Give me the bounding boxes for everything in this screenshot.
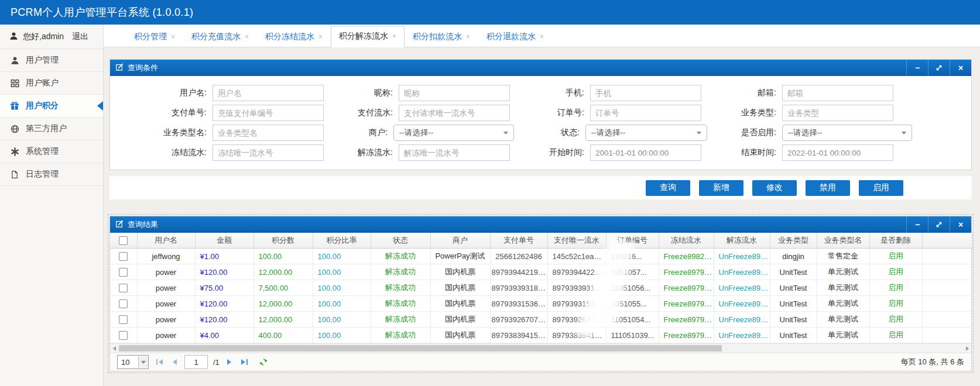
field-select[interactable]: --请选择-- [393,125,514,141]
edit-icon [116,63,124,73]
row-checkbox[interactable] [119,268,128,277]
table-cell: UnitTest [770,328,817,343]
sidebar-nav: 用户管理用户账户用户积分第三方用户系统管理日志管理 [0,49,103,186]
edit-button[interactable]: 修改 [752,180,797,196]
query-field: 状态:--请选择-- [514,125,707,141]
select-value: --请选择-- [788,127,822,138]
field-input[interactable] [399,144,510,161]
chevron-down-icon [697,132,701,135]
select-value: --请选择-- [399,127,433,138]
field-input[interactable] [213,144,324,161]
table-cell: ¥120.00 [195,296,253,312]
field-label: 业务类型名: [122,127,213,138]
row-checkbox[interactable] [119,315,128,324]
field-input[interactable] [213,85,324,101]
tab-close-icon[interactable]: × [466,33,470,41]
row-checkbox[interactable] [119,284,128,292]
field-label: 冻结流水: [122,147,213,158]
tab-close-icon[interactable]: × [245,33,249,41]
table-cell: Freeze8979392... [659,312,714,328]
table-cell-empty [922,264,972,280]
query-minimize-icon[interactable]: − [906,60,928,76]
field-select[interactable]: --请选择-- [782,125,912,141]
page-size-select[interactable]: 10 [117,355,149,369]
table-cell: 国内机票 [430,312,490,328]
query-field: 支付流水: [324,105,514,121]
tab-4[interactable]: 积分扣款流水× [405,26,478,47]
tab-2[interactable]: 积分冻结流水× [257,26,331,47]
sidebar-item-2[interactable]: 用户积分 [0,95,103,118]
tab-0[interactable]: 积分管理× [126,26,183,47]
field-input[interactable] [590,144,701,161]
sidebar-item-0[interactable]: 用户管理 [0,49,103,72]
field-input[interactable] [213,125,324,141]
pagination-summary: 每页 10 条, 共 6 条 [901,357,964,367]
row-checkbox[interactable] [119,252,128,261]
next-page-button[interactable] [225,359,234,365]
last-page-button[interactable] [239,359,250,365]
field-input[interactable] [590,85,701,101]
column-header: 商户 [430,233,490,249]
sidebar-item-5[interactable]: 日志管理 [0,163,103,186]
sidebar-item-1[interactable]: 用户账户 [0,72,103,95]
tab-close-icon[interactable]: × [318,33,323,41]
field-input[interactable] [782,85,893,101]
table-cell: UnFreeze8979... [714,280,770,296]
tab-close-icon[interactable]: × [171,33,175,41]
enable-button[interactable]: 启用 [859,180,903,196]
select-all-checkbox[interactable] [119,236,128,245]
results-minimize-icon[interactable]: − [906,216,928,233]
first-page-button[interactable] [154,359,165,365]
row-checkbox[interactable] [119,299,128,308]
tab-5[interactable]: 积分退款流水× [478,26,552,47]
table-cell-empty [922,328,972,343]
prev-page-button[interactable] [170,359,179,365]
table-cell: 启用 [869,249,922,264]
field-input[interactable] [782,105,893,121]
query-panel-header: 查询条件 − × [110,60,971,76]
query-expand-icon[interactable] [928,60,950,76]
user-icon [10,56,19,65]
tab-3[interactable]: 积分解冻流水× [331,26,405,47]
query-close-icon[interactable]: × [950,60,971,76]
results-close-icon[interactable]: × [950,216,971,233]
scrollbar-thumb[interactable] [119,345,722,351]
field-input[interactable] [213,105,324,121]
row-checkbox[interactable] [119,331,128,340]
scroll-right-icon[interactable] [963,344,971,353]
tab-close-icon[interactable]: × [540,33,544,41]
field-select[interactable]: --请选择-- [585,125,707,141]
column-header: 支付唯一流水 [547,233,606,249]
table-cell: Freeze8979393... [659,280,714,296]
logout-link[interactable]: 退出 [72,32,88,42]
sidebar-item-label: 第三方用户 [26,123,67,134]
refresh-icon[interactable] [259,357,268,367]
sidebar-item-4[interactable]: 系统管理 [0,140,103,163]
sidebar-item-label: 用户积分 [26,101,59,111]
table-row: jeffwong¥1.00100.00100.00解冻成功PowerPay测试2… [110,249,972,264]
tab-label: 积分管理 [134,32,167,42]
column-header: 解冻流水 [714,233,770,249]
table-cell: 100.00 [313,280,371,296]
table-cell: 启用 [869,264,922,280]
field-input[interactable] [399,85,510,101]
field-input[interactable] [399,105,510,121]
search-button[interactable]: 查询 [646,180,690,196]
table-cell: 897939442200... [547,264,606,280]
scroll-left-icon[interactable] [110,344,118,353]
table-cell: UnitTest [770,296,817,312]
field-input[interactable] [590,105,701,121]
field-label: 解冻流水: [324,147,399,158]
disable-button[interactable]: 禁用 [806,180,850,196]
sidebar-item-3[interactable]: 第三方用户 [0,118,103,140]
results-expand-icon[interactable] [928,216,950,233]
tab-label: 积分解冻流水 [339,31,388,42]
field-input[interactable] [782,144,893,161]
table-cell-empty [922,249,972,264]
add-button[interactable]: 新增 [699,180,743,196]
tab-close-icon[interactable]: × [392,32,396,40]
page-number-input[interactable] [184,355,208,369]
chevron-down-icon [503,132,508,135]
tab-1[interactable]: 积分充值流水× [183,26,257,47]
table-cell: ¥120.00 [195,312,253,328]
